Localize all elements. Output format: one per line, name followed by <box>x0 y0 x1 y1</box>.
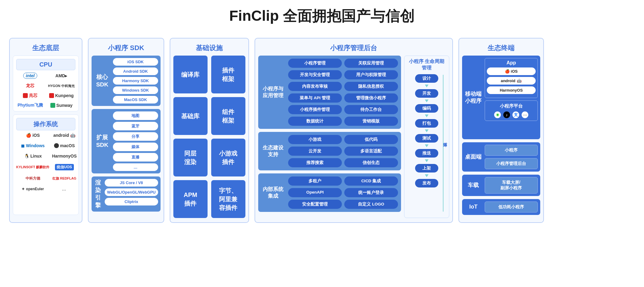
logo-kunpeng: Kunpeng <box>49 93 74 98</box>
sdk-item: 蓝牙 <box>113 122 158 130</box>
col4-header: 小程序管理后台 <box>258 42 449 56</box>
more-icon: ⋯ <box>522 111 528 118</box>
sdk-item: … <box>113 163 158 171</box>
mgmt-item: 小游戏 <box>288 135 342 144</box>
mgmt-item: 管理微信小程序 <box>344 93 398 103</box>
logo-more: … <box>62 187 67 191</box>
eco-item: 小程序管理后台 <box>485 158 538 169</box>
eco-label: 车载 <box>465 177 482 194</box>
infra-box: 小游戏 插件 <box>211 139 245 176</box>
cpu-title: CPU <box>16 59 75 70</box>
sdk-label: 渲染 引擎 <box>94 179 102 209</box>
app-card: App🍎 iOSandroid 🤖HarmonyOS <box>485 58 538 98</box>
logo-loongson: 龙芯 <box>26 83 34 89</box>
mgmt-item: 小程序管理 <box>288 59 342 68</box>
eco-row-2: 车载车载大屏/ 副屏小程序 <box>462 175 540 196</box>
col-sdk: 小程序 SDK 核心 SDKiOS SDKAndroid SDKHarmony … <box>88 38 164 223</box>
mgmt-section-2: 内部系统 集成多租户CICD 集成OpenAPI统一账户登录安全配置管理自定义 … <box>258 173 401 212</box>
logo-nfschina: 中科方德 <box>26 176 40 181</box>
mgmt-label: 生态建设 支持 <box>261 135 285 167</box>
logo-windows: ◼Windows <box>21 143 45 148</box>
eco-row-3: IoT低功耗小程序 <box>462 199 540 215</box>
sdk-item: iOS SDK <box>113 58 158 66</box>
mgmt-item: 隐私信息授权 <box>344 82 398 91</box>
eco-row-1: 桌面端小程序小程序管理后台 <box>462 142 540 172</box>
mgmt-item: 待办工作台 <box>344 105 398 114</box>
mgmt-item: 统一账户登录 <box>344 188 398 197</box>
sdk-item: 地图 <box>113 111 158 120</box>
app-os-item: HarmonyOS <box>487 86 536 94</box>
wechat-icon: ✳ <box>494 111 501 118</box>
lifecycle-step: 发布 <box>415 179 438 187</box>
os-title: 操作系统 <box>16 118 75 130</box>
mgmt-item: 多租户 <box>288 176 342 186</box>
lifecycle-step: 上架 <box>415 164 438 173</box>
eco-item: 小程序 <box>485 145 538 156</box>
col5-header: 生态终端 <box>462 42 540 56</box>
infra-box: 组件 框架 <box>211 97 245 135</box>
sdk-item: Windows SDK <box>113 86 158 94</box>
sdk-item: WebGL/OpenGL/WebGPU <box>105 188 158 196</box>
sdk-item: JS Core / V8 <box>105 179 158 187</box>
arrow-down-icon <box>425 174 429 177</box>
mgmt-item: 菜单与 API 管理 <box>288 93 342 103</box>
app-os-item: android 🤖 <box>487 77 536 85</box>
logo-amd: AMD▸ <box>56 73 67 78</box>
mgmt-item: 内容发布审核 <box>288 82 342 91</box>
eco-item: 车载大屏/ 副屏小程序 <box>485 177 538 194</box>
arrow-down-icon <box>425 85 429 87</box>
logo-redflag: 红旗 REDFLAG <box>52 176 76 180</box>
logo-phytium: Phytium飞腾 <box>17 103 43 108</box>
page-title: FinClip 全面拥抱国产与信创 <box>9 6 635 26</box>
infra-box: 基础库 <box>173 97 208 135</box>
mgmt-label: 小程序与 应用管理 <box>261 59 285 126</box>
sdk-section-0: 核心 SDKiOS SDKAndroid SDKHarmony SDKWindo… <box>92 56 161 106</box>
logo-harmonyos: HarmonyOS <box>52 154 77 158</box>
mgmt-label: 内部系统 集成 <box>261 176 285 209</box>
eco-label: IoT <box>465 202 482 213</box>
logo-linux: 🐧Linux <box>24 154 42 158</box>
mgmt-section-1: 生态建设 支持小游戏低代码云开发多语言适配推荐搜索信创生态 <box>258 132 401 170</box>
mgmt-item: 推荐搜索 <box>288 158 342 167</box>
arrow-down-icon <box>425 144 429 147</box>
mgmt-item: 用户与权限管理 <box>344 70 398 79</box>
arrow-down-icon <box>425 129 429 132</box>
mgmt-item: 低代码 <box>344 135 398 144</box>
mgmt-item: 云开发 <box>288 147 342 156</box>
arrow-down-icon <box>425 100 429 102</box>
lifecycle-title: 小程序 生命周期管理 <box>407 58 447 71</box>
col-ecosystem-base: 生态底层 CPU intel AMD▸ 龙芯 HYGON 中科海光 兆芯 Kun… <box>9 38 82 223</box>
infra-box: 插件 框架 <box>211 56 245 93</box>
cpu-card: CPU intel AMD▸ 龙芯 HYGON 中科海光 兆芯 Kunpeng … <box>13 56 79 111</box>
infra-box: 同层 渲染 <box>173 139 208 176</box>
sdk-item: 媒体 <box>113 143 158 151</box>
platform-title: 小程序平台 <box>487 103 535 109</box>
arrow-down-icon <box>425 114 429 117</box>
sdk-item: Android SDK <box>113 67 158 75</box>
mgmt-item: 数据统计 <box>288 117 342 126</box>
mgmt-item: 开发与安全管理 <box>288 70 342 79</box>
lifecycle-step: 编码 <box>415 104 438 113</box>
sdk-label: 扩展 SDK <box>94 111 110 171</box>
logo-sunway: Sunway <box>50 103 73 108</box>
lifecycle-step: 测试 <box>415 134 438 143</box>
logo-hygon: HYGON 中科海光 <box>48 84 74 88</box>
logo-macos: macOS <box>54 143 75 148</box>
eco-item: 低功耗小程序 <box>485 202 538 213</box>
lifecycle-panel: 小程序 生命周期管理 循环 设计开发编码打包测试推送上架发布 <box>404 56 449 218</box>
eco-label: 桌面端 <box>465 145 482 169</box>
mgmt-item: 信创生态 <box>344 158 398 167</box>
lifecycle-step: 设计 <box>415 74 438 83</box>
infra-box: 编译库 <box>173 56 208 93</box>
lifecycle-step: 打包 <box>415 119 438 128</box>
logo-kylin: KYLINSOFT 麒麟软件 <box>16 165 49 169</box>
col-terminals: 生态终端 移动端 小程序App🍎 iOSandroid 🤖HarmonyOS小程… <box>458 38 544 223</box>
mgmt-item: 自定义 LOGO <box>344 200 398 209</box>
logo-android: android🤖 <box>53 133 75 138</box>
col2-header: 小程序 SDK <box>92 42 161 56</box>
logo-ios: 🍎iOS <box>26 133 40 138</box>
architecture-board: 生态底层 CPU intel AMD▸ 龙芯 HYGON 中科海光 兆芯 Kun… <box>9 38 635 223</box>
sdk-item: MacOS SDK <box>113 96 158 104</box>
logo-openeuler: ✦openEuler <box>22 187 44 191</box>
eco-label: 移动端 小程序 <box>465 58 482 137</box>
